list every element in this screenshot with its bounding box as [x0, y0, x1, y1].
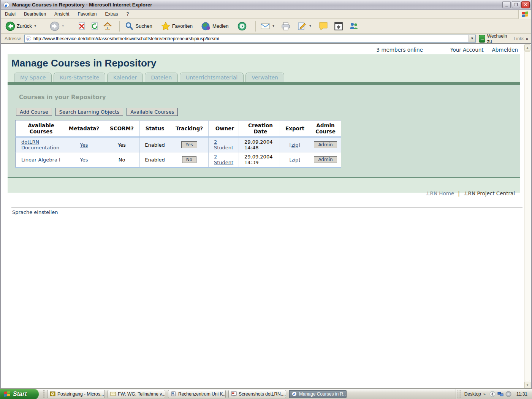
menubar: Datei Bearbeiten Ansicht Favoriten Extra… [1, 10, 531, 19]
admin-course-button[interactable]: Admin [314, 156, 337, 163]
favorites-button[interactable]: Favoriten [159, 21, 194, 32]
media-button[interactable]: Medien [200, 21, 230, 32]
col-tracking: Tracking? [170, 120, 209, 137]
menu-extras[interactable]: Extras [101, 10, 122, 18]
export-zip-link[interactable]: [zip] [290, 157, 301, 163]
menu-ansicht[interactable]: Ansicht [50, 10, 73, 18]
search-button[interactable]: Suchen [123, 21, 154, 32]
edit-dropdown-icon[interactable]: ▼ [309, 24, 312, 28]
print-icon [281, 21, 291, 31]
task-rechenzentrum[interactable]: Rechenzentrum Uni K... [168, 390, 226, 398]
menu-bearbeiten[interactable]: Bearbeiten [20, 10, 50, 18]
scroll-up-button[interactable]: ▲ [524, 44, 530, 51]
print-button[interactable] [279, 21, 292, 32]
restore-button[interactable]: ❐ [512, 1, 520, 8]
add-course-button[interactable]: Add Course [16, 108, 52, 116]
lrn-project-central-link[interactable]: .LRN Project Central [464, 190, 515, 196]
scroll-down-button[interactable]: ▼ [524, 382, 530, 388]
links-label[interactable]: Links [514, 36, 524, 41]
menu-hilfe[interactable]: ? [122, 10, 133, 18]
taskbar-handle[interactable] [42, 390, 45, 398]
tray-handle[interactable] [458, 390, 461, 398]
menu-datei[interactable]: Datei [1, 10, 20, 18]
back-icon [5, 21, 15, 31]
admin-course-button[interactable]: Admin [314, 141, 337, 148]
owner-link[interactable]: 2 Student [214, 139, 233, 150]
tab-kalender[interactable]: Kalender [107, 73, 143, 82]
refresh-button[interactable] [88, 21, 101, 32]
search-icon [124, 21, 134, 31]
tracking-button[interactable]: No [182, 156, 196, 163]
go-arrow-icon: → [479, 35, 485, 43]
history-button[interactable] [236, 21, 249, 32]
back-dropdown-icon[interactable]: ▼ [34, 24, 37, 28]
available-courses-button[interactable]: Available Courses [127, 108, 178, 116]
network-icon[interactable] [497, 391, 504, 397]
discuss-button[interactable] [317, 21, 330, 32]
tab-my-space[interactable]: My Space [14, 73, 52, 82]
desktop-toolbar-label[interactable]: Desktop [464, 391, 481, 397]
mail-button[interactable]: ▼ [259, 21, 277, 32]
forward-button[interactable]: ▼ [48, 21, 66, 32]
windows-logo-icon [518, 10, 531, 19]
search-learning-objects-button[interactable]: Search Learning Objects [55, 108, 123, 116]
creation-date-value: 29.09.2004 14:48 [239, 137, 280, 152]
minimize-button[interactable]: _ [502, 1, 511, 8]
page-scrollbar[interactable]: ▲ ▼ [524, 44, 530, 388]
task-mail-message[interactable]: FW: WG: Teilnahme v... [108, 390, 165, 398]
back-button[interactable]: Zurück ▼ [4, 21, 38, 32]
table-row: dotLRN Documentation Yes Yes Enabled Yes… [16, 137, 341, 152]
task-posteingang[interactable]: Posteingang - Micros... [47, 390, 105, 398]
forward-dropdown-icon: ▼ [62, 24, 65, 28]
scrollbar-thumb[interactable] [525, 51, 530, 381]
document-icon [171, 391, 176, 396]
mail-dropdown-icon[interactable]: ▼ [272, 24, 275, 28]
tab-kurs-startseite[interactable]: Kurs-Startseite [54, 73, 105, 82]
stop-button[interactable] [75, 21, 88, 32]
messenger-button[interactable] [347, 21, 360, 32]
start-label: Start [13, 391, 27, 397]
tray-chevron-icon[interactable]: » [483, 392, 486, 396]
task-screenshots[interactable]: Screenshots dotLRN.... [228, 390, 286, 398]
members-online-text: 3 members online [377, 47, 423, 53]
stop-icon [77, 21, 87, 31]
envelope-icon [110, 391, 116, 396]
start-button[interactable]: Start [0, 389, 39, 399]
go-button[interactable]: → Wechseln zu [479, 33, 508, 44]
notes-icon [318, 21, 328, 31]
tracking-button[interactable]: Yes [181, 141, 197, 148]
system-tray: Desktop » 11:31 [456, 389, 532, 399]
sidebar-panel-button[interactable] [333, 21, 344, 31]
messenger-tray-icon[interactable] [505, 391, 511, 397]
table-header-row: Available Courses Metadata? SCORM? Statu… [16, 120, 341, 137]
logout-link[interactable]: Abmelden [492, 47, 518, 53]
metadata-link[interactable]: Yes [80, 142, 88, 148]
task-manage-courses-active[interactable]: e Manage Courses in R... [289, 390, 347, 398]
course-link[interactable]: dotLRN Documentation [21, 139, 59, 150]
session-row: 3 members online Your Account Abmelden [377, 47, 518, 53]
courses-portlet: Courses in your Repository Add Course Se… [8, 85, 520, 178]
go-label: Wechseln zu [487, 33, 508, 44]
close-button[interactable]: ✕ [521, 1, 530, 8]
tab-dateien[interactable]: Dateien [145, 73, 178, 82]
tab-verwalten[interactable]: Verwalten [245, 73, 284, 82]
owner-link[interactable]: 2 Student [214, 154, 233, 165]
home-button[interactable] [101, 21, 114, 32]
ie-task-icon: e [291, 391, 297, 396]
links-chevron-icon[interactable]: » [526, 36, 528, 41]
scorm-value: Yes [104, 137, 140, 152]
address-input[interactable]: e http://www.theservice.de/dotlrn/classe… [24, 35, 476, 43]
hide-icons-icon[interactable] [489, 391, 496, 397]
addressbar: Adresse e http://www.theservice.de/dotlr… [1, 34, 531, 44]
tab-unterrichtsmaterial[interactable]: Unterrichtsmaterial [180, 73, 244, 82]
courses-table: Available Courses Metadata? SCORM? Statu… [15, 120, 341, 168]
lrn-home-link[interactable]: .LRN Home [426, 190, 454, 196]
menu-favoriten[interactable]: Favoriten [73, 10, 101, 18]
address-dropdown-button[interactable]: ▼ [469, 35, 475, 42]
export-zip-link[interactable]: [zip] [290, 142, 301, 148]
set-language-link[interactable]: Sprache einstellen [12, 209, 58, 215]
metadata-link[interactable]: Yes [80, 157, 88, 163]
course-link[interactable]: Linear Algebra I [21, 157, 60, 163]
your-account-link[interactable]: Your Account [450, 47, 484, 53]
edit-button[interactable]: ▼ [295, 21, 313, 32]
